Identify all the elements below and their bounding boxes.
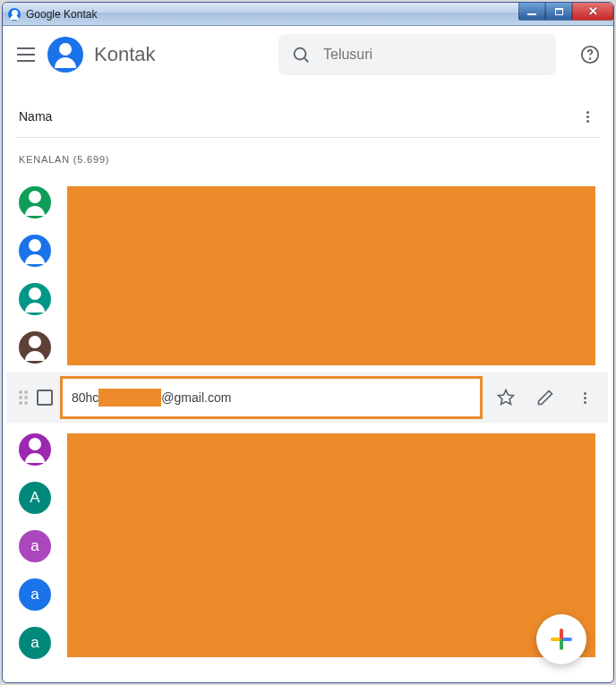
avatar[interactable] xyxy=(19,283,51,315)
more-button[interactable] xyxy=(569,381,601,414)
maximize-button[interactable] xyxy=(545,3,572,21)
more-vert-icon xyxy=(577,390,593,406)
list-settings-button[interactable] xyxy=(579,108,595,124)
close-button[interactable]: ✕ xyxy=(572,3,613,21)
contacts-list: 80hc @gmail.com xyxy=(3,174,612,682)
svg-point-3 xyxy=(590,58,591,59)
avatar[interactable] xyxy=(19,331,51,364)
star-icon xyxy=(497,389,515,407)
email-prefix: 80hc xyxy=(72,390,98,405)
contacts-body: Nama KENALAN (5.699) xyxy=(3,83,613,682)
window-frame: Google Kontak ✕ Kontak xyxy=(2,2,614,683)
plus-icon xyxy=(551,629,572,650)
svg-marker-4 xyxy=(499,390,514,405)
window-title: Google Kontak xyxy=(26,8,97,21)
column-header-row: Nama xyxy=(3,83,612,137)
avatar[interactable] xyxy=(19,235,51,267)
select-checkbox[interactable] xyxy=(37,390,53,406)
contacts-lower-group: A a a a xyxy=(3,426,612,663)
contacts-upper-group xyxy=(3,179,612,369)
avatar[interactable]: a xyxy=(19,530,51,562)
menu-icon[interactable] xyxy=(15,44,37,65)
email-suffix: @gmail.com xyxy=(161,390,231,405)
avatar[interactable] xyxy=(19,186,51,218)
help-button[interactable] xyxy=(579,44,601,65)
avatar[interactable] xyxy=(19,433,51,466)
app-title: Kontak xyxy=(94,43,156,66)
contact-row-selected[interactable]: 80hc @gmail.com xyxy=(6,372,608,423)
drag-handle-icon[interactable] xyxy=(19,390,30,405)
redacted-content xyxy=(98,389,161,407)
search-icon xyxy=(291,45,311,64)
pencil-icon xyxy=(536,389,554,407)
create-contact-fab[interactable] xyxy=(536,614,586,664)
window-controls: ✕ xyxy=(518,3,613,21)
avatar[interactable]: A xyxy=(19,482,51,514)
svg-point-0 xyxy=(295,48,306,60)
app-header: Kontak xyxy=(3,26,613,83)
redacted-content xyxy=(67,186,595,365)
app-favicon xyxy=(8,8,21,21)
search-input[interactable] xyxy=(323,47,543,63)
content-area: Kontak Nama xyxy=(3,26,613,682)
column-name: Nama xyxy=(19,109,52,124)
redacted-content xyxy=(67,433,595,657)
help-icon xyxy=(580,45,600,64)
search-box[interactable] xyxy=(278,34,556,75)
avatar[interactable]: a xyxy=(19,578,51,611)
section-label: KENALAN (5.699) xyxy=(3,138,612,174)
contacts-logo-icon xyxy=(47,37,83,73)
star-button[interactable] xyxy=(490,381,522,414)
minimize-button[interactable] xyxy=(518,3,545,21)
edit-button[interactable] xyxy=(529,381,561,414)
contact-email-cell[interactable]: 80hc @gmail.com xyxy=(60,376,483,419)
avatar[interactable]: a xyxy=(19,627,51,659)
titlebar[interactable]: Google Kontak ✕ xyxy=(3,3,613,26)
svg-line-1 xyxy=(304,58,308,62)
